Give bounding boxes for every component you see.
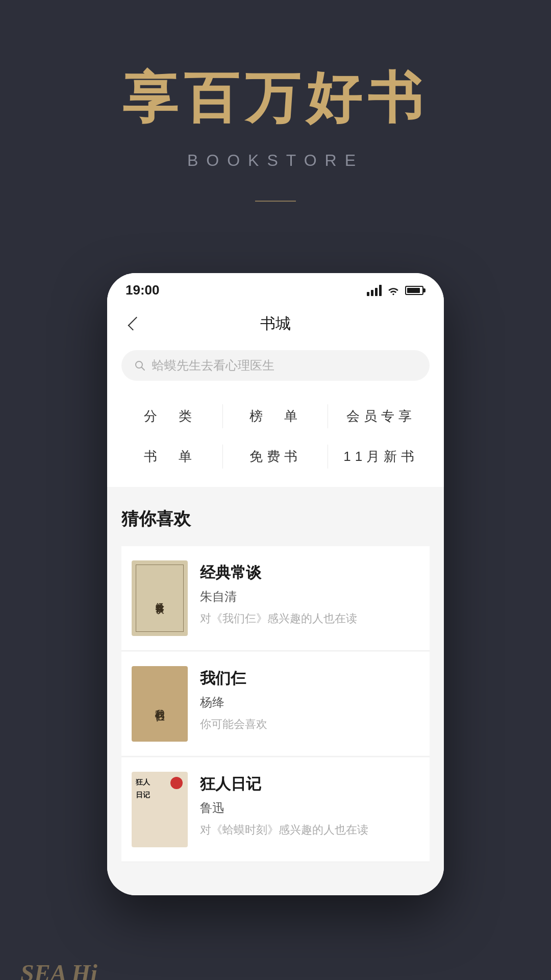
list-item[interactable]: 我们仨 我们仨 杨绛 你可能会喜欢 [121,652,430,756]
book-title-3: 狂人日记 [200,774,419,795]
signal-icon [367,285,382,296]
cover-2-text: 我们仨 [154,702,166,706]
category-item-fenlei[interactable]: 分 类 [117,396,223,436]
hero-section: 享百万好书 BOOKSTORE [0,0,551,242]
book-cover-3: 狂人日记 [132,772,188,847]
book-info-1: 经典常谈 朱自清 对《我们仨》感兴趣的人也在读 [200,560,419,626]
category-label-bangdan: 榜 单 [249,407,302,425]
cover-1-text: 经典常谈 [153,596,166,600]
category-label-vip: 会员专享 [346,407,416,425]
category-item-bangdan[interactable]: 榜 单 [223,396,329,436]
svg-line-1 [142,368,145,371]
nav-bar: 书城 [107,304,444,345]
cover-3-text: 狂人日记 [136,776,150,801]
book-desc-1: 对《我们仨》感兴趣的人也在读 [200,611,419,626]
book-desc-3: 对《蛤蟆时刻》感兴趣的人也在读 [200,822,419,838]
cover-3-accent [170,777,183,789]
book-author-2: 杨绛 [200,694,419,710]
recommendations-section: 猜你喜欢 经典常谈 经典常谈 朱自清 对《我们仨》感兴趣的人也在读 [107,487,444,895]
battery-icon [405,286,425,295]
status-bar: 19:00 [107,273,444,304]
book-author-3: 鲁迅 [200,800,419,816]
category-label-fenlei: 分 类 [144,407,196,425]
book-desc-2: 你可能会喜欢 [200,717,419,732]
category-label-newbook: 11月新书 [343,448,418,465]
book-info-2: 我们仨 杨绛 你可能会喜欢 [200,666,419,732]
hero-title: 享百万好书 [122,61,429,136]
book-cover-1: 经典常谈 [132,560,188,636]
watermark-text: SEA Hi [20,959,97,980]
book-info-3: 狂人日记 鲁迅 对《蛤蟆时刻》感兴趣的人也在读 [200,772,419,838]
hero-subtitle: BOOKSTORE [187,151,364,170]
list-item[interactable]: 经典常谈 经典常谈 朱自清 对《我们仨》感兴趣的人也在读 [121,546,430,651]
category-item-freebook[interactable]: 免费书 [223,436,329,477]
category-label-shudan: 书 单 [144,448,196,465]
search-placeholder: 蛤蟆先生去看心理医生 [152,357,274,374]
category-grid: 分 类 榜 单 会员专享 书 单 免费书 11月新书 [107,391,444,487]
search-container: 蛤蟆先生去看心理医生 [107,345,444,391]
category-label-freebook: 免费书 [249,448,302,465]
book-title-2: 我们仨 [200,668,419,689]
status-time: 19:00 [126,282,160,298]
category-item-vip[interactable]: 会员专享 [328,396,434,436]
bottom-area: SEA Hi [0,895,551,980]
nav-title: 书城 [144,313,407,334]
status-icons [367,285,425,296]
hero-divider [255,201,296,202]
phone-frame: 19:00 [107,273,444,895]
book-author-1: 朱自清 [200,589,419,605]
wifi-icon [387,285,400,296]
category-item-newbook[interactable]: 11月新书 [328,436,434,477]
list-item[interactable]: 狂人日记 狂人日记 鲁迅 对《蛤蟆时刻》感兴趣的人也在读 [121,757,430,862]
back-button[interactable] [121,312,144,335]
phone-frame-wrapper: 19:00 [0,242,551,895]
book-cover-2: 我们仨 [132,666,188,742]
book-list: 经典常谈 经典常谈 朱自清 对《我们仨》感兴趣的人也在读 我们仨 [121,546,430,863]
search-icon [134,359,146,372]
book-title-1: 经典常谈 [200,562,419,583]
back-arrow-icon [128,317,142,331]
category-item-shudan[interactable]: 书 单 [117,436,223,477]
search-bar[interactable]: 蛤蟆先生去看心理医生 [121,350,430,381]
section-title: 猜你喜欢 [121,507,430,531]
